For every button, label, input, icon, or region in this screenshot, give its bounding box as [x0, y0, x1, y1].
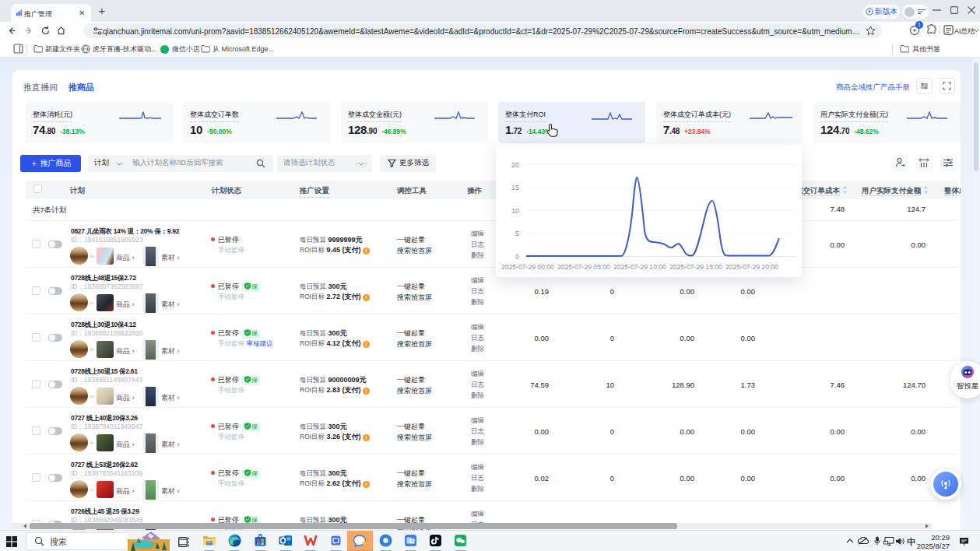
- svg-text:5: 5: [515, 230, 519, 237]
- svg-text:10: 10: [511, 207, 519, 215]
- svg-text:15: 15: [511, 184, 519, 191]
- svg-text:2025-07-29 15:00: 2025-07-29 15:00: [669, 263, 722, 271]
- svg-text:20: 20: [511, 161, 519, 169]
- svg-text:2025-07-29 20:00: 2025-07-29 20:00: [725, 263, 778, 271]
- svg-text:2025-07-29 10:00: 2025-07-29 10:00: [613, 263, 666, 271]
- svg-text:2025-07-29 00:00: 2025-07-29 00:00: [501, 263, 554, 271]
- svg-text:2025-07-29 05:00: 2025-07-29 05:00: [557, 263, 610, 271]
- svg-text:0: 0: [515, 253, 519, 261]
